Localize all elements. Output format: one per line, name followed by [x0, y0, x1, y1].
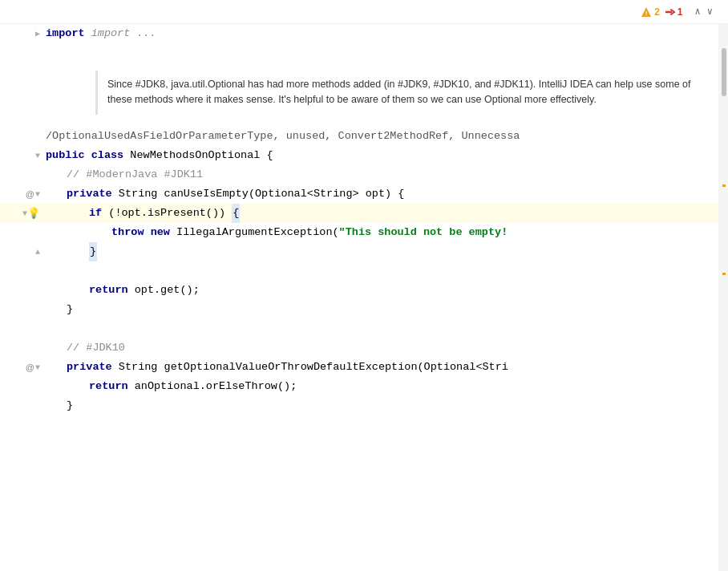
error-count: 1 — [677, 6, 683, 18]
bulb-icon[interactable]: 💡 — [27, 207, 40, 220]
info-box: Since #JDK8, java.util.Optional has had … — [95, 71, 712, 115]
empty-row-3 — [0, 319, 718, 338]
gutter-import: ▶ — [0, 24, 44, 43]
code-annotation: /OptionalUsedAsFieldOrParameterType, unu… — [44, 127, 718, 146]
code-return2: return anOptional.orElseThrow(); — [44, 377, 718, 396]
error-badge[interactable]: 1 — [665, 6, 683, 18]
warning-icon: ! — [641, 6, 652, 18]
code-return1: return opt.get(); — [44, 281, 718, 300]
info-box-row: Since #JDK8, java.util.Optional has had … — [0, 63, 718, 127]
fold-icon-method1[interactable]: ▼ — [35, 190, 40, 199]
fold-icon-method2[interactable]: ▼ — [35, 363, 40, 372]
method1-decl-row: @ ▼ private String canUseIsEmpty(Optiona… — [0, 184, 718, 204]
code-class-decl: public class NewMethodsOnOptional { — [44, 146, 718, 165]
return1-row: return opt.get(); — [0, 281, 718, 300]
fold-icon-closebrace[interactable]: ▲ — [35, 248, 40, 257]
comment2-row: // #JDK10 — [0, 338, 718, 358]
code-body: ▶ import import ... Since # — [0, 24, 728, 571]
fold-icon-import[interactable]: ▶ — [35, 29, 40, 38]
svg-text:!: ! — [645, 10, 648, 17]
class-decl-row: ▼ public class NewMethodsOnOptional { — [0, 146, 718, 165]
code-comment2: // #JDK10 — [44, 338, 718, 358]
scrollbar[interactable] — [718, 24, 728, 571]
code-method1-decl: private String canUseIsEmpty(Optional<St… — [44, 184, 718, 204]
code-method2-decl: private String getOptionalValueOrThrowDe… — [44, 358, 718, 377]
close-brace1-row: ▲ } — [0, 242, 718, 261]
warning-count: 2 — [654, 6, 660, 18]
code-if-line: if (!opt.isPresent()) { — [44, 204, 718, 223]
scrollbar-warning-marker — [722, 184, 726, 187]
code-import: import import ... — [44, 24, 718, 43]
error-icon — [665, 6, 676, 18]
code-method1-close: } — [44, 300, 718, 319]
inspection-widget: ! 2 1 ∧ ∨ — [641, 4, 715, 19]
code-throw-line: throw new IllegalArgumentException("This… — [44, 223, 718, 242]
code-comment1: // #ModernJava #JDK11 — [44, 165, 718, 184]
code-method2-close: } — [44, 396, 718, 415]
at-icon-2: @ — [26, 362, 34, 372]
method2-decl-row: @ ▼ private String getOptionalValueOrThr… — [0, 358, 718, 377]
annotation-row: /OptionalUsedAsFieldOrParameterType, unu… — [0, 127, 718, 146]
if-line-row: ▼ 💡 if (!opt.isPresent()) { — [0, 204, 718, 223]
throw-row: throw new IllegalArgumentException("This… — [0, 223, 718, 242]
editor: ! 2 1 ∧ ∨ — [0, 0, 728, 571]
method1-close-row: } — [0, 300, 718, 319]
scrollbar-thumb[interactable] — [722, 48, 726, 96]
nav-down-arrow[interactable]: ∨ — [705, 4, 715, 19]
empty-row-2 — [0, 261, 718, 281]
warning-badge[interactable]: ! 2 — [641, 6, 660, 18]
empty-row-1 — [0, 43, 718, 63]
comment1-row: // #ModernJava #JDK11 — [0, 165, 718, 184]
code-close-brace1: } — [44, 242, 718, 261]
method2-close-row: } — [0, 396, 718, 415]
empty-row-4 — [0, 415, 718, 435]
scrollbar-error-marker — [722, 273, 726, 275]
top-bar: ! 2 1 ∧ ∨ — [0, 0, 728, 24]
info-box-text: Since #JDK8, java.util.Optional has had … — [107, 79, 690, 105]
nav-arrows: ∧ ∨ — [693, 4, 715, 19]
fold-icon-class[interactable]: ▼ — [35, 152, 40, 160]
import-row: ▶ import import ... — [0, 24, 718, 43]
nav-up-arrow[interactable]: ∧ — [693, 4, 703, 19]
at-icon: @ — [26, 189, 34, 199]
return2-row: return anOptional.orElseThrow(); — [0, 377, 718, 396]
